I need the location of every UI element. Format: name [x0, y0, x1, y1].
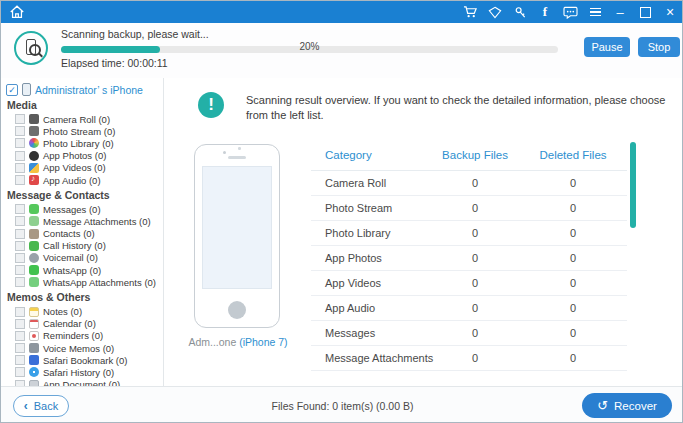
sidebar-item-app-videos[interactable]: App Videos (0) — [1, 162, 163, 174]
maximize-button[interactable] — [637, 4, 653, 20]
photo-library-icon — [29, 138, 39, 148]
checkbox[interactable] — [15, 253, 25, 263]
backup-files-cell: 0 — [427, 302, 523, 314]
pause-button[interactable]: Pause — [584, 37, 630, 57]
phone-model[interactable]: (iPhone 7) — [239, 336, 287, 348]
photo-stream-icon — [29, 126, 39, 136]
notes-icon — [29, 307, 39, 317]
sidebar-item-camera-roll[interactable]: Camera Roll (0) — [1, 113, 163, 125]
titlebar: f – × — [1, 1, 683, 23]
device-name: Administrator’ s iPhone — [35, 84, 143, 96]
sidebar-item-messages[interactable]: Messages (0) — [1, 203, 163, 215]
sidebar: ✓ Administrator’ s iPhone MediaCamera Ro… — [1, 78, 164, 386]
sidebar-item-label: App Photos (0) — [43, 150, 106, 161]
checkbox[interactable] — [15, 367, 25, 377]
backup-files-cell: 0 — [427, 177, 523, 189]
sidebar-item-label: Safari History (0) — [43, 367, 114, 378]
checkbox[interactable] — [15, 126, 25, 136]
table-row[interactable]: Photo Library00 — [311, 221, 627, 246]
stop-button[interactable]: Stop — [638, 37, 680, 57]
checkbox[interactable] — [15, 265, 25, 275]
checkbox[interactable] — [15, 229, 25, 239]
checkbox[interactable] — [15, 151, 25, 161]
checkbox[interactable] — [15, 163, 25, 173]
sidebar-item-safari-history[interactable]: Safari History (0) — [1, 366, 163, 378]
close-button[interactable]: × — [662, 4, 678, 20]
sidebar-item-photo-stream[interactable]: Photo Stream (0) — [1, 125, 163, 137]
table-header: Category Backup Files Deleted Files — [311, 140, 627, 171]
checkbox[interactable] — [15, 307, 25, 317]
checkbox[interactable] — [15, 204, 25, 214]
table-row[interactable]: App Photos00 — [311, 246, 627, 271]
sidebar-item-label: Call History (0) — [43, 240, 106, 251]
minimize-button[interactable]: – — [612, 4, 628, 20]
device-row[interactable]: ✓ Administrator’ s iPhone — [6, 83, 163, 96]
column-header-deleted-files[interactable]: Deleted Files — [523, 149, 623, 161]
sidebar-item-app-photos[interactable]: App Photos (0) — [1, 150, 163, 162]
sidebar-item-notes[interactable]: Notes (0) — [1, 305, 163, 317]
column-header-category[interactable]: Category — [311, 149, 427, 161]
checkbox[interactable] — [15, 138, 25, 148]
checkbox[interactable] — [15, 277, 25, 287]
sidebar-item-message-attachments[interactable]: Message Attachments (0) — [1, 215, 163, 227]
checkbox[interactable] — [15, 216, 25, 226]
sidebar-item-calendar[interactable]: Calendar (0) — [1, 318, 163, 330]
call-history-icon — [29, 241, 39, 251]
shield-icon[interactable] — [487, 4, 503, 20]
table-row[interactable]: Messages00 — [311, 321, 627, 346]
recover-icon: ↺ — [597, 399, 608, 412]
app-videos-icon — [29, 163, 39, 173]
sidebar-item-voicemail[interactable]: Voicemail (0) — [1, 252, 163, 264]
sidebar-item-contacts[interactable]: Contacts (0) — [1, 228, 163, 240]
checkbox[interactable] — [15, 319, 25, 329]
sidebar-item-call-history[interactable]: Call History (0) — [1, 240, 163, 252]
whatsapp-icon — [29, 265, 39, 275]
sidebar-item-safari-bookmark[interactable]: Safari Bookmark (0) — [1, 354, 163, 366]
checkbox[interactable] — [15, 114, 25, 124]
device-checkbox[interactable]: ✓ — [6, 84, 18, 96]
phone-speaker-icon — [228, 156, 246, 159]
deleted-files-cell: 0 — [523, 177, 623, 189]
cart-icon[interactable] — [462, 4, 478, 20]
sidebar-item-label: Voice Memos (0) — [43, 343, 114, 354]
column-header-backup-files[interactable]: Backup Files — [427, 149, 523, 161]
deleted-files-cell: 0 — [523, 227, 623, 239]
sidebar-item-label: Photo Library (0) — [43, 138, 114, 149]
table-scrollbar[interactable] — [630, 142, 636, 228]
checkbox[interactable] — [15, 175, 25, 185]
facebook-icon[interactable]: f — [537, 4, 553, 20]
sidebar-item-label: App Videos (0) — [43, 162, 106, 173]
feedback-icon[interactable] — [562, 4, 578, 20]
sidebar-item-app-audio[interactable]: App Audio (0) — [1, 174, 163, 186]
notice-text: Scanning result overview. If you want to… — [246, 93, 666, 123]
sidebar-item-whatsapp-attachments[interactable]: WhatsApp Attachments (0) — [1, 276, 163, 288]
sidebar-item-label: Contacts (0) — [43, 228, 95, 239]
voicemail-icon — [29, 253, 39, 263]
whatsapp-attachments-icon — [29, 277, 39, 287]
category-cell: Camera Roll — [311, 177, 427, 189]
checkbox[interactable] — [15, 331, 25, 341]
sidebar-item-reminders[interactable]: Reminders (0) — [1, 330, 163, 342]
recover-button[interactable]: ↺ Recover — [582, 393, 672, 418]
deleted-files-cell: 0 — [523, 202, 623, 214]
sidebar-item-app-document[interactable]: App Document (0) — [1, 379, 163, 386]
table-row[interactable]: Message Attachments00 — [311, 346, 627, 371]
table-row[interactable]: App Audio00 — [311, 296, 627, 321]
table-row[interactable]: Photo Stream00 — [311, 196, 627, 221]
table-row[interactable]: App Videos00 — [311, 271, 627, 296]
checkbox[interactable] — [15, 241, 25, 251]
home-icon[interactable] — [9, 4, 25, 20]
backup-files-cell: 0 — [427, 277, 523, 289]
backup-files-cell: 0 — [427, 327, 523, 339]
table-row[interactable]: Camera Roll00 — [311, 171, 627, 196]
sidebar-item-photo-library[interactable]: Photo Library (0) — [1, 137, 163, 149]
phone-name: Adm...one — [188, 336, 236, 348]
checkbox[interactable] — [15, 355, 25, 365]
menu-icon[interactable] — [587, 4, 603, 20]
sidebar-item-voice-memos[interactable]: Voice Memos (0) — [1, 342, 163, 354]
app-window: f – × Scanning backup, please wait... 20… — [0, 0, 683, 423]
checkbox[interactable] — [15, 343, 25, 353]
files-found-text: Files Found: 0 item(s) (0.00 B) — [1, 400, 683, 412]
key-icon[interactable] — [512, 4, 528, 20]
sidebar-item-whatsapp[interactable]: WhatsApp (0) — [1, 264, 163, 276]
